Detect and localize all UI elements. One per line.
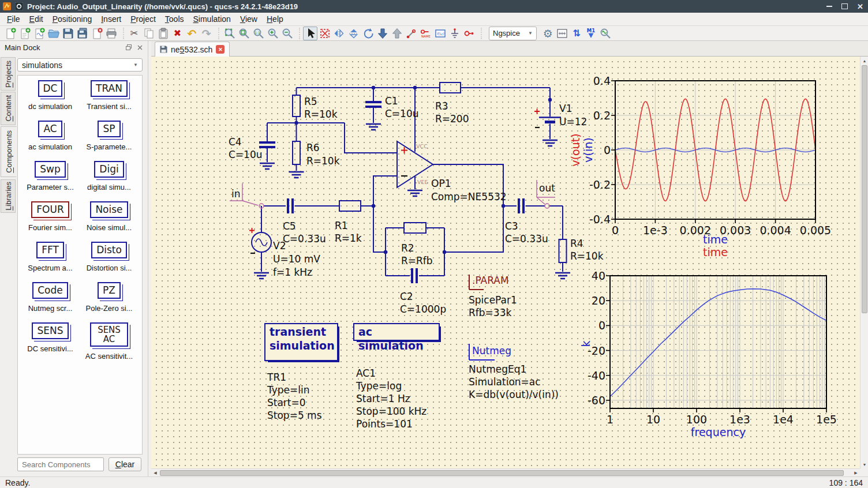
dock-tab-components[interactable]: Components (1, 126, 17, 177)
horizontal-scrollbar[interactable]: ◀ ▶ (151, 468, 860, 476)
sim-item-sens-ac[interactable]: SENS ACAC sensitivit... (84, 322, 134, 361)
minimize-button[interactable] (821, 0, 837, 13)
new-symbol-icon[interactable] (32, 27, 46, 40)
simulation-settings-icon[interactable]: ⚙ (541, 27, 555, 40)
tab-close-icon[interactable]: ✕ (216, 45, 225, 54)
zoom-1-1-icon[interactable]: 1:1 (251, 27, 265, 40)
simulator-select[interactable]: Ngspice ▼ (489, 27, 537, 40)
delete-icon[interactable]: ✖ (170, 27, 185, 40)
sim-item-box[interactable]: FOUR (31, 201, 69, 218)
zoom-area-icon[interactable] (237, 27, 251, 40)
sim-item-box[interactable]: Digi (94, 161, 124, 178)
ac1-name[interactable]: AC1 (356, 367, 376, 379)
dock-float-icon[interactable] (125, 44, 132, 51)
menu-project[interactable]: Project (126, 14, 160, 24)
label-v2-freq[interactable]: f=1 kHz (273, 266, 312, 278)
label-c4-value[interactable]: C=10u (229, 149, 263, 160)
sim-item-tran[interactable]: TRANTransient si... (84, 80, 134, 111)
param-name[interactable]: SpicePar1 (469, 294, 517, 306)
sim-item-box[interactable]: PZ (98, 282, 121, 299)
sim-item-box[interactable]: FFT (36, 242, 64, 258)
schematic-canvas[interactable]: R5 R=10k C1 C=10u R3 R=200 V1 U=12 C4 C=… (151, 57, 860, 468)
label-v2-value[interactable]: U=10 mV (273, 253, 320, 265)
close-document-icon[interactable] (89, 27, 104, 40)
dock-close-icon[interactable] (136, 44, 143, 51)
menu-simulation[interactable]: Simulation (189, 14, 235, 24)
label-v1-name[interactable]: V1 (559, 103, 572, 114)
insert-wire-icon[interactable] (404, 27, 418, 40)
label-c5-name[interactable]: C5 (283, 220, 296, 232)
print-icon[interactable] (104, 27, 118, 40)
undo-icon[interactable]: ↶ (185, 27, 199, 40)
label-c3-value[interactable]: C=0.33u (505, 233, 548, 245)
insert-port-icon[interactable] (462, 27, 476, 40)
label-c3-name[interactable]: C3 (505, 220, 518, 232)
cut-icon[interactable]: ✂ (127, 27, 141, 40)
scroll-down-icon[interactable]: ▼ (860, 460, 868, 468)
nutmeg-sim[interactable]: Simulation=ac (469, 376, 541, 388)
new-schematic-icon[interactable] (3, 27, 17, 40)
label-r4-value[interactable]: R=10k (570, 250, 604, 262)
scroll-left-icon[interactable]: ◀ (151, 469, 159, 477)
zoom-in-icon[interactable] (265, 27, 280, 40)
document-settings-icon[interactable] (555, 27, 570, 40)
sim-item-box[interactable]: TRAN (91, 80, 128, 97)
tr1-name[interactable]: TR1 (267, 371, 286, 383)
sim-item-box[interactable]: Disto (91, 242, 127, 258)
exchange-views-icon[interactable]: ⇅ (570, 27, 584, 40)
select-pointer-icon[interactable] (303, 27, 317, 40)
label-r4-name[interactable]: R4 (570, 238, 583, 249)
label-r6-value[interactable]: R=10k (306, 155, 340, 167)
zoom-out-icon[interactable] (280, 27, 294, 40)
label-op1-value[interactable]: Comp=NE5532 (431, 191, 507, 202)
dock-tab-projects[interactable]: Projects (1, 57, 16, 91)
sim-item-sens[interactable]: SENSDC sensitivi... (25, 322, 76, 353)
sim-item-sp[interactable]: SPS-paramete... (84, 121, 134, 151)
label-node-in[interactable]: in (231, 188, 241, 200)
sim-item-box[interactable]: Code (32, 282, 68, 299)
insert-ground-icon[interactable] (447, 27, 462, 40)
label-r1-name[interactable]: R1 (335, 220, 348, 231)
label-op1-name[interactable]: OP1 (431, 178, 451, 189)
menu-view[interactable]: View (235, 14, 262, 24)
component-category-select[interactable]: simulations ▼ (17, 58, 143, 72)
param-value[interactable]: Rfb=33k (469, 307, 511, 318)
nutmeg-name[interactable]: NutmegEq1 (469, 363, 526, 375)
show-results-icon[interactable] (598, 27, 613, 40)
label-c5-value[interactable]: C=0.33u (283, 233, 326, 245)
copy-icon[interactable] (141, 27, 156, 40)
label-c2-value[interactable]: C=1000p (400, 303, 446, 315)
transient-simulation-block[interactable]: transient simulation (264, 323, 338, 361)
deactivate-component-icon[interactable] (317, 27, 332, 40)
insert-marker-icon[interactable]: M1 (584, 27, 598, 40)
label-r3-name[interactable]: R3 (435, 100, 448, 112)
menu-insert[interactable]: Insert (96, 14, 126, 24)
frequency-response-plot[interactable]: 1101001e31e41e540200-20-40-60frequencyk (610, 276, 826, 408)
redo-icon[interactable]: ↷ (199, 27, 214, 40)
search-input[interactable] (17, 457, 104, 471)
menu-positioning[interactable]: Positioning (48, 14, 97, 24)
ac-simulation-block[interactable]: ac simulation (353, 323, 440, 341)
sim-item-box[interactable]: SP (98, 121, 120, 137)
dock-tab-libraries[interactable]: Libraries (1, 179, 16, 213)
save-all-icon[interactable] (75, 27, 89, 40)
close-button[interactable]: ✕ (852, 0, 868, 13)
window-menu-icon[interactable] (15, 2, 23, 10)
zoom-fit-icon[interactable] (222, 27, 237, 40)
label-c4-name[interactable]: C4 (229, 136, 242, 148)
menu-edit[interactable]: Edit (25, 14, 48, 24)
sim-item-disto[interactable]: DistoDistortion si... (84, 242, 134, 272)
label-c1-value[interactable]: C=10u (385, 108, 419, 119)
label-r1-value[interactable]: R=1k (335, 232, 362, 244)
rotate-icon[interactable] (361, 27, 375, 40)
label-r6-name[interactable]: R6 (306, 142, 320, 153)
pop-out-icon[interactable] (390, 27, 404, 40)
save-icon[interactable] (61, 27, 75, 40)
sim-item-swp[interactable]: SwpParameter s... (25, 161, 76, 192)
menu-help[interactable]: Help (262, 14, 288, 24)
scroll-right-icon[interactable]: ▶ (852, 469, 860, 477)
paste-icon[interactable] (156, 27, 170, 40)
label-c1-name[interactable]: C1 (385, 95, 398, 107)
new-text-document-icon[interactable] (17, 27, 32, 40)
sim-item-code[interactable]: CodeNutmeg scr... (25, 282, 76, 313)
